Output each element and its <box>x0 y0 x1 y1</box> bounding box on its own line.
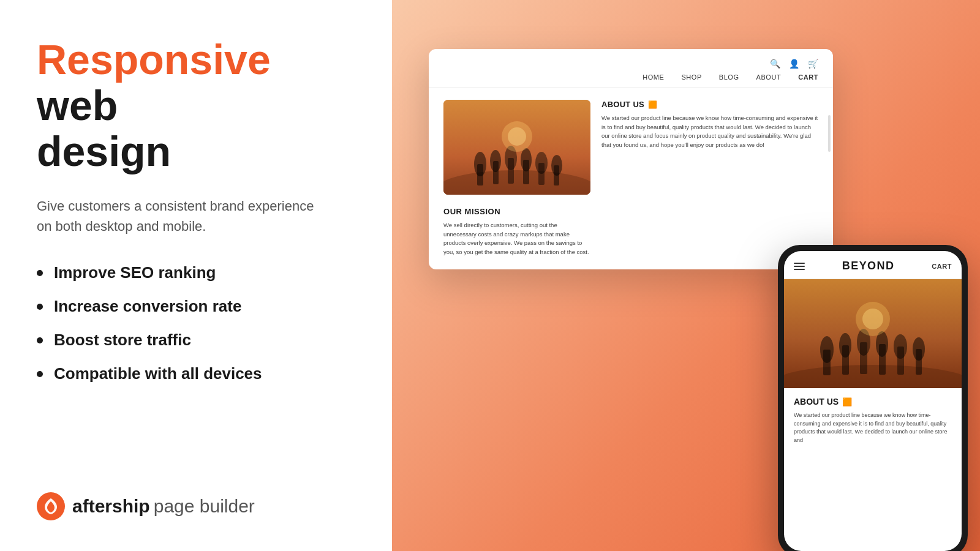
about-scene-svg <box>443 100 590 195</box>
list-item-conversion: Increase conversion rate <box>37 297 355 316</box>
list-item-devices-text: Compatible with all devices <box>54 364 262 383</box>
about-text-block: ABOUT US 🟧 We started our product line b… <box>601 100 818 195</box>
search-icon: 🔍 <box>770 59 780 69</box>
nav-shop[interactable]: SHOP <box>681 73 701 81</box>
mission-section: OUR MISSION We sell directly to customer… <box>443 207 818 257</box>
logo-product-name: page builder <box>154 496 255 517</box>
nav-blog[interactable]: BLOG <box>719 73 739 81</box>
logo-area: aftership page builder <box>37 492 355 520</box>
mobile-cart-label[interactable]: CART <box>932 263 952 270</box>
about-us-title: ABOUT US <box>601 100 644 109</box>
logo-text: aftership page builder <box>72 496 255 517</box>
mobile-hero-svg <box>784 279 962 388</box>
list-item-devices: Compatible with all devices <box>37 364 355 383</box>
logo-brand-name: aftership <box>72 496 150 517</box>
svg-point-16 <box>508 127 526 146</box>
svg-rect-28 <box>897 347 904 375</box>
mobile-about-title: ABOUT US <box>794 397 839 407</box>
about-image <box>443 100 590 195</box>
about-title-row: ABOUT US 🟧 <box>601 100 818 109</box>
desktop-nav-icons: 🔍 👤 🛒 <box>443 59 818 73</box>
left-content: Responsive webdesign Give customers a co… <box>37 37 355 383</box>
bullet-dot <box>37 371 43 377</box>
svg-rect-14 <box>554 165 559 186</box>
list-item-traffic: Boost store traffic <box>37 331 355 350</box>
desktop-body: ABOUT US 🟧 We started our product line b… <box>429 88 833 269</box>
svg-rect-10 <box>523 160 529 184</box>
mobile-mockup: BEYOND CART <box>778 245 968 551</box>
svg-rect-4 <box>477 164 483 186</box>
mission-text: We sell directly to customers, cutting o… <box>443 221 590 257</box>
about-body-text: We started our product line because we k… <box>601 114 818 150</box>
nav-cart[interactable]: CART <box>798 73 818 81</box>
svg-rect-22 <box>842 345 849 375</box>
subtitle: Give customers a consistent brand experi… <box>37 196 331 236</box>
mobile-about-section: ABOUT US 🟧 We started our product line b… <box>784 388 962 444</box>
desktop-mockup: 🔍 👤 🛒 HOME SHOP BLOG ABOUT CART <box>429 49 833 269</box>
mobile-header: BEYOND CART <box>784 251 962 279</box>
svg-point-32 <box>862 309 883 329</box>
svg-rect-12 <box>538 163 545 185</box>
desktop-nav: 🔍 👤 🛒 HOME SHOP BLOG ABOUT CART <box>429 49 833 88</box>
left-panel: Responsive webdesign Give customers a co… <box>0 0 392 551</box>
main-heading: Responsive webdesign <box>37 37 355 174</box>
mobile-brand-name: BEYOND <box>842 260 895 272</box>
list-item-traffic-text: Boost store traffic <box>54 331 191 350</box>
svg-rect-30 <box>916 349 922 375</box>
user-icon: 👤 <box>789 59 799 69</box>
mobile-flag-icon: 🟧 <box>842 397 852 407</box>
cart-icon: 🛒 <box>808 59 818 69</box>
nav-about[interactable]: ABOUT <box>756 73 782 81</box>
bullet-dot <box>37 304 43 310</box>
list-item-conversion-text: Increase conversion rate <box>54 297 241 316</box>
aftership-logo-icon <box>37 492 65 520</box>
svg-rect-8 <box>508 158 514 184</box>
svg-rect-24 <box>860 342 867 374</box>
mobile-about-title-row: ABOUT US 🟧 <box>794 397 952 407</box>
flag-icon: 🟧 <box>648 100 657 109</box>
list-item-seo-text: Improve SEO ranking <box>54 263 216 282</box>
bullet-dot <box>37 270 43 276</box>
heading-dark: webdesign <box>37 82 171 174</box>
mobile-screen: BEYOND CART <box>784 251 962 551</box>
mission-title: OUR MISSION <box>443 207 818 216</box>
desktop-about-section: ABOUT US 🟧 We started our product line b… <box>443 100 818 195</box>
mobile-about-text: We started our product line because we k… <box>794 411 952 444</box>
mobile-hero-image <box>784 279 962 388</box>
svg-rect-6 <box>493 161 499 184</box>
scrollbar[interactable] <box>828 115 831 152</box>
bullet-dot <box>37 337 43 343</box>
svg-rect-20 <box>823 350 831 375</box>
desktop-nav-links: HOME SHOP BLOG ABOUT CART <box>443 73 818 87</box>
about-image-inner <box>443 100 590 195</box>
nav-home[interactable]: HOME <box>643 73 664 81</box>
feature-list: Improve SEO ranking Increase conversion … <box>37 263 355 383</box>
hamburger-icon[interactable] <box>794 263 805 270</box>
list-item-seo: Improve SEO ranking <box>37 263 355 282</box>
heading-orange: Responsive <box>37 36 271 83</box>
svg-rect-26 <box>879 344 886 375</box>
right-panel: 🔍 👤 🛒 HOME SHOP BLOG ABOUT CART <box>392 0 980 551</box>
